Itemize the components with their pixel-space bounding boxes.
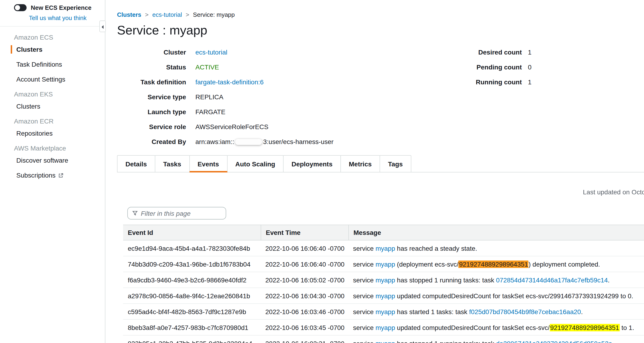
sidebar-item-clusters-eks[interactable]: Clusters <box>14 102 105 110</box>
detail-label: Desired count <box>466 48 522 56</box>
event-id: f6a9cdb3-9460-49e3-b2c6-98669e40fdf2 <box>123 272 261 288</box>
pending-count-value: 0 <box>528 63 532 71</box>
feedback-link[interactable]: Tell us what you think <box>29 14 86 21</box>
page-title: Service : myapp <box>117 23 207 38</box>
sidebar-item-discover-software[interactable]: Discover software <box>14 156 105 165</box>
event-message: service myapp has stopped 1 running task… <box>348 272 644 288</box>
last-updated-text: Last updated on Octob <box>583 188 644 196</box>
new-experience-label: New ECS Experience <box>31 4 92 11</box>
event-row: 923b05c1-30b2-47bb-b535-9d2be22084e4 202… <box>123 336 644 343</box>
detail-row-cluster: Cluster ecs-tutorial <box>117 48 334 56</box>
event-time: 2022-10-06 16:06:40 -0700 <box>261 241 348 256</box>
search-highlight: 9219274889298964351 <box>550 324 620 331</box>
sidebar-nav: Amazon ECS Clusters Task Definitions Acc… <box>0 33 105 180</box>
task-definition-link[interactable]: fargate-task-definition:6 <box>196 78 264 86</box>
event-time: 2022-10-06 16:04:30 -0700 <box>261 288 348 303</box>
event-message-link[interactable]: myapp <box>376 292 395 300</box>
detail-row-service-type: Service type REPLICA <box>117 93 334 101</box>
nav-header-amazon-ecs: Amazon ECS <box>14 33 105 41</box>
tab-events[interactable]: Events <box>189 155 227 172</box>
event-message-link[interactable]: f025d07bd780454b9f8e7cebac16aa20 <box>469 308 581 316</box>
event-message-link[interactable]: myapp <box>376 324 395 331</box>
detail-row-service-role: Service role AWSServiceRoleForECS <box>117 123 334 131</box>
main-content: Clusters>ecs-tutorial>Service: myapp Ser… <box>106 0 644 343</box>
event-message-link[interactable]: myapp <box>376 340 395 343</box>
event-id: ec9e1d94-9aca-45b4-a4a1-7823030fe84b <box>123 241 261 256</box>
filter-icon <box>132 210 138 217</box>
tab-metrics[interactable]: Metrics <box>340 155 380 172</box>
detail-row-created-by: Created By arn:aws:iam::3:user/ecs-harne… <box>117 137 334 146</box>
detail-row-status: Status ACTIVE <box>117 63 334 71</box>
sidebar-item-repositories[interactable]: Repositories <box>14 129 105 137</box>
event-id: 8beb3a8f-a0e7-4257-983b-c7fc870980d1 <box>123 320 261 335</box>
tab-auto-scaling[interactable]: Auto Scaling <box>227 155 284 172</box>
detail-label: Service role <box>117 123 186 131</box>
search-highlight: 9219274889298964351 <box>459 261 528 268</box>
breadcrumb-separator: > <box>186 11 189 18</box>
column-header-event-time: Event Time <box>261 225 348 240</box>
sidebar-item-task-definitions[interactable]: Task Definitions <box>14 60 105 68</box>
event-id: a2978c90-0856-4a8e-9f4c-12eae260841b <box>123 288 261 303</box>
event-row: c595ad4c-bf4f-482b-8563-7df9c1287e9b 202… <box>123 304 644 320</box>
event-message: service myapp has reached a steady state… <box>348 241 644 256</box>
event-message: service myapp updated computedDesiredCou… <box>348 320 644 335</box>
event-message-link[interactable]: 072854d473144d46a17fa4c7efb59c14 <box>496 276 608 284</box>
service-type-value: REPLICA <box>196 93 223 101</box>
sidebar-item-account-settings[interactable]: Account Settings <box>14 75 105 83</box>
event-time: 2022-10-06 16:06:40 -0700 <box>261 256 348 272</box>
tab-deployments[interactable]: Deployments <box>283 155 341 172</box>
running-count-value: 1 <box>528 78 532 86</box>
detail-row-launch-type: Launch type FARGATE <box>117 108 334 116</box>
breadcrumb-current: Service: myapp <box>193 11 235 18</box>
event-message: service myapp (deployment ecs-svc/921927… <box>348 256 644 272</box>
nav-header-aws-marketplace: AWS Marketplace <box>14 144 105 152</box>
events-filter[interactable] <box>127 207 226 220</box>
event-row: 8beb3a8f-a0e7-4257-983b-c7fc870980d1 202… <box>123 320 644 336</box>
sidebar-collapse-button[interactable] <box>99 20 106 32</box>
detail-label: Created By <box>117 137 186 146</box>
service-role-value: AWSServiceRoleForECS <box>196 123 268 131</box>
detail-label: Pending count <box>466 63 522 71</box>
event-id: c595ad4c-bf4f-482b-8563-7df9c1287e9b <box>123 304 261 319</box>
status-value: ACTIVE <box>196 63 219 71</box>
event-row: ec9e1d94-9aca-45b4-a4a1-7823030fe84b 202… <box>123 241 644 256</box>
detail-label: Service type <box>117 93 186 101</box>
event-id: 923b05c1-30b2-47bb-b535-9d2be22084e4 <box>123 336 261 343</box>
service-details-right: Desired count 1 Pending count 0 Running … <box>466 48 532 93</box>
breadcrumb-ecs-tutorial[interactable]: ecs-tutorial <box>152 11 182 18</box>
tab-tags[interactable]: Tags <box>380 155 411 172</box>
detail-label: Cluster <box>117 48 186 56</box>
cluster-link[interactable]: ecs-tutorial <box>196 48 227 56</box>
event-time: 2022-10-06 16:03:46 -0700 <box>261 304 348 319</box>
event-message-link[interactable]: da29967431a3483794304d56d850a52a <box>496 340 612 343</box>
event-message: service myapp updated computedDesiredCou… <box>348 288 644 303</box>
launch-type-value: FARGATE <box>196 108 226 116</box>
event-row: a2978c90-0856-4a8e-9f4c-12eae260841b 202… <box>123 288 644 304</box>
new-experience-toggle[interactable] <box>14 4 26 11</box>
event-message-link[interactable]: myapp <box>376 276 395 284</box>
event-message: service myapp has stopped 1 running task… <box>348 336 644 343</box>
tab-tasks[interactable]: Tasks <box>155 155 190 172</box>
column-header-message: Message <box>348 225 644 240</box>
event-message-link[interactable]: myapp <box>376 245 395 252</box>
event-message-link[interactable]: myapp <box>376 308 395 316</box>
sidebar-top: New ECS Experience Tell us what you thin… <box>0 0 105 26</box>
filter-input[interactable] <box>141 210 221 217</box>
event-row: 74bb3d09-c209-43a1-96be-1db1f6783b04 202… <box>123 256 644 272</box>
sidebar-item-subscriptions[interactable]: Subscriptions <box>14 171 105 180</box>
sidebar-item-clusters-ecs[interactable]: Clusters <box>11 45 105 54</box>
event-time: 2022-10-06 16:05:02 -0700 <box>261 272 348 288</box>
detail-label: Launch type <box>117 108 186 116</box>
events-table-body: ec9e1d94-9aca-45b4-a4a1-7823030fe84b 202… <box>123 241 644 343</box>
detail-row-running-count: Running count 1 <box>466 78 532 86</box>
event-id: 74bb3d09-c209-43a1-96be-1db1f6783b04 <box>123 256 261 272</box>
tab-details[interactable]: Details <box>117 155 155 172</box>
breadcrumb-clusters[interactable]: Clusters <box>117 11 141 18</box>
collapse-arrow-icon <box>101 22 104 30</box>
event-message: service myapp has started 1 tasks: task … <box>348 304 644 319</box>
nav-header-amazon-eks: Amazon EKS <box>14 90 105 98</box>
column-header-event-id: Event Id <box>123 225 261 240</box>
event-message-link[interactable]: myapp <box>376 261 395 268</box>
breadcrumb: Clusters>ecs-tutorial>Service: myapp <box>117 11 235 18</box>
events-table: Event Id Event Time Message ec9e1d94-9ac… <box>123 225 644 343</box>
